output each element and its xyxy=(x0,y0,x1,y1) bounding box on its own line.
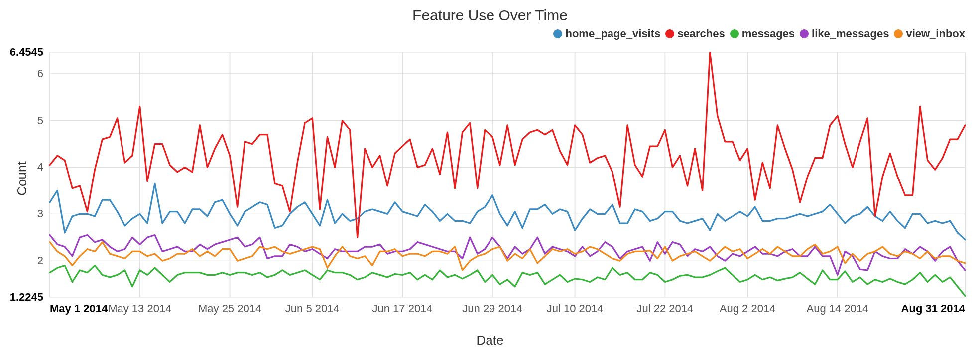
chart-container: Feature Use Over Time home_page_visitsse… xyxy=(0,0,980,357)
y-tick-label: 3 xyxy=(37,207,43,220)
y-axis-ticks: 6.45451.224523456 xyxy=(0,52,47,297)
legend-item-home_page_visits[interactable]: home_page_visits xyxy=(553,27,660,40)
x-tick-label: Jul 22 2014 xyxy=(636,302,693,315)
chart-title: Feature Use Over Time xyxy=(0,7,980,24)
legend-label: view_inbox xyxy=(906,27,965,40)
y-max-label: 6.4545 xyxy=(10,46,43,59)
legend-label: like_messages xyxy=(812,27,889,40)
x-tick-label: May 25 2014 xyxy=(198,302,261,315)
legend-item-messages[interactable]: messages xyxy=(730,27,795,40)
legend-swatch-icon xyxy=(730,29,739,38)
legend-label: home_page_visits xyxy=(565,27,660,40)
legend-label: searches xyxy=(677,27,725,40)
y-tick-label: 6 xyxy=(37,67,43,80)
x-axis-label: Date xyxy=(0,333,980,348)
chart-legend: home_page_visitssearchesmessageslike_mes… xyxy=(0,27,965,41)
series-home_page_visits[interactable] xyxy=(50,183,965,240)
plot-area[interactable] xyxy=(50,52,965,297)
legend-swatch-icon xyxy=(800,29,809,38)
y-min-label: 1.2245 xyxy=(10,291,43,304)
y-tick-label: 5 xyxy=(37,114,43,127)
x-tick-label: Jun 17 2014 xyxy=(372,302,433,315)
x-tick-label: Jun 29 2014 xyxy=(462,302,522,315)
x-tick-label: Aug 14 2014 xyxy=(806,302,868,315)
x-min-label: May 1 2014 xyxy=(50,302,108,315)
legend-item-searches[interactable]: searches xyxy=(665,27,725,40)
series-messages[interactable] xyxy=(50,266,965,296)
series-like_messages[interactable] xyxy=(50,235,965,275)
legend-swatch-icon xyxy=(553,29,562,38)
legend-swatch-icon xyxy=(894,29,903,38)
legend-label: messages xyxy=(742,27,795,40)
x-tick-label: Jul 10 2014 xyxy=(547,302,604,315)
x-tick-label: Jun 5 2014 xyxy=(285,302,340,315)
x-tick-label: May 13 2014 xyxy=(108,302,171,315)
y-tick-label: 2 xyxy=(37,254,43,267)
legend-item-like_messages[interactable]: like_messages xyxy=(800,27,889,40)
x-max-label: Aug 31 2014 xyxy=(901,302,965,315)
x-tick-label: Aug 2 2014 xyxy=(720,302,776,315)
series-searches[interactable] xyxy=(50,52,965,237)
y-tick-label: 4 xyxy=(37,161,43,174)
legend-swatch-icon xyxy=(665,29,674,38)
legend-item-view_inbox[interactable]: view_inbox xyxy=(894,27,965,40)
x-axis-ticks: May 1 2014Aug 31 2014May 13 2014May 25 2… xyxy=(50,302,965,317)
